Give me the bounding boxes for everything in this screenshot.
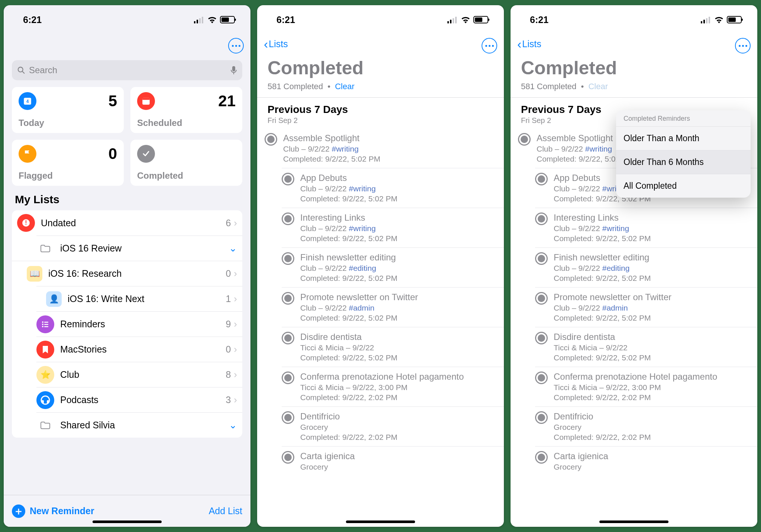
item-meta-1: Grocery [554,463,608,471]
list-row-macstories[interactable]: MacStories0› [36,337,242,362]
chevron-right-icon: › [234,344,237,355]
completed-radio-icon[interactable] [282,252,294,265]
completed-radio-icon[interactable] [518,133,531,146]
completed-radio-icon[interactable] [535,411,548,424]
head-icon [36,391,54,409]
search-placeholder: Search [29,65,57,75]
card-completed[interactable]: Completed [130,140,242,186]
item-tag[interactable]: #admin [602,304,628,312]
completed-radio-icon[interactable] [282,332,294,344]
chevron-down-icon: ⌄ [229,419,237,431]
svg-point-11 [42,321,43,323]
completed-subline: 581 Completed • Clear [257,82,504,97]
completed-item[interactable]: App DebutsClub – 9/2/22 #writingComplete… [282,168,504,208]
completed-radio-icon[interactable] [535,292,548,305]
list-row-shared-silvia[interactable]: Shared Silvia⌄ [36,412,242,438]
more-button[interactable] [735,38,751,53]
home-indicator[interactable] [599,520,668,523]
item-tag[interactable]: #writing [332,145,359,153]
item-tag[interactable]: #editing [602,264,630,272]
mic-icon[interactable] [230,66,237,75]
list-row-undated[interactable]: !Undated6› [12,210,242,236]
list-row-ios-16-review[interactable]: iOS 16 Review⌄ [36,236,242,261]
list-row-podcasts[interactable]: Podcasts3› [36,387,242,412]
completed-item[interactable]: Promote newsletter on TwitterClub – 9/2/… [535,287,757,327]
completed-item[interactable]: Interesting LinksClub – 9/2/22 #writingC… [535,208,757,247]
more-button[interactable] [228,38,244,53]
completed-item[interactable]: Conferma prenotazione Hotel pagamentoTic… [535,367,757,406]
home-indicator[interactable] [93,520,162,523]
completed-radio-icon[interactable] [265,133,277,146]
list-row-ios-16-research[interactable]: 📖iOS 16: Research0› [12,261,242,286]
popup-option-older-6-months[interactable]: Older Than 6 Months [616,150,751,174]
completed-radio-icon[interactable] [535,332,548,344]
battery-icon [220,16,235,23]
popup-option-all[interactable]: All Completed [616,174,751,198]
completed-item[interactable]: DentifricioGroceryCompleted: 9/2/22, 2:0… [535,406,757,446]
completed-item[interactable]: Assemble SpotlightClub – 9/2/22 #writing… [257,129,504,168]
new-reminder-button[interactable]: New Reminder [30,506,94,516]
svg-text:4: 4 [26,99,29,104]
item-tag[interactable]: #editing [349,264,376,272]
more-button[interactable] [482,38,497,53]
list-row-ios-16-write-next[interactable]: 👤iOS 16: Write Next1› [36,286,242,311]
completed-radio-icon[interactable] [282,213,294,225]
item-meta-1: Grocery [300,463,355,471]
screen-completed-clear-menu: 6:21 ‹ Lists Completed 581 Completed • C… [511,5,757,527]
item-meta-1: Club – 9/2/22 #writing [554,224,651,233]
search-input[interactable]: Search [12,60,242,80]
bookmark-icon [36,341,54,359]
completed-item[interactable]: Interesting LinksClub – 9/2/22 #writingC… [282,208,504,247]
clear-menu-popup: Completed Reminders Older Than a Month O… [616,110,751,198]
completed-radio-icon[interactable] [282,411,294,424]
back-chevron-icon[interactable]: ‹ [264,38,268,50]
screen-lists: 6:21 Search 4 5 Today 21 Scheduled [4,5,250,527]
card-scheduled-count: 21 [218,92,236,110]
completed-item[interactable]: Carta igienicaGrocery [282,446,504,476]
completed-item[interactable]: Disdire dentistaTicci & Micia – 9/2/22Co… [535,327,757,367]
completed-item[interactable]: Finish newsletter editingClub – 9/2/22 #… [282,247,504,287]
status-bar: 6:21 [511,5,757,30]
completed-item[interactable]: DentifricioGroceryCompleted: 9/2/22, 2:0… [282,406,504,446]
completed-radio-icon[interactable] [282,372,294,384]
popup-option-older-month[interactable]: Older Than a Month [616,126,751,150]
chevron-right-icon: › [234,217,237,229]
clear-button[interactable]: Clear [335,82,354,91]
back-label[interactable]: Lists [269,39,288,49]
completed-radio-icon[interactable] [282,292,294,305]
item-tag[interactable]: #writing [602,224,629,233]
item-meta-1: Club – 9/2/22 #writing [300,224,398,233]
completed-item[interactable]: Disdire dentistaTicci & Micia – 9/2/22Co… [282,327,504,367]
add-list-button[interactable]: Add List [209,506,242,516]
home-indicator[interactable] [346,520,415,523]
item-meta-2: Completed: 9/2/22, 5:02 PM [300,353,398,362]
completed-radio-icon[interactable] [535,372,548,384]
completed-item[interactable]: Finish newsletter editingClub – 9/2/22 #… [535,247,757,287]
completed-radio-icon[interactable] [535,252,548,265]
completed-item[interactable]: Promote newsletter on TwitterClub – 9/2/… [282,287,504,327]
back-chevron-icon[interactable]: ‹ [517,38,521,50]
item-tag[interactable]: #writing [349,184,376,193]
completed-radio-icon[interactable] [282,173,294,185]
item-tag[interactable]: #writing [585,145,612,153]
svg-text:!: ! [25,220,27,226]
list-row-reminders[interactable]: Reminders9› [36,311,242,337]
plus-icon[interactable]: ＋ [12,505,25,518]
completed-item[interactable]: Carta igienicaGrocery [535,446,757,476]
completed-radio-icon[interactable] [535,173,548,185]
completed-radio-icon[interactable] [535,451,548,464]
item-tag[interactable]: #admin [349,304,375,312]
completed-radio-icon[interactable] [282,451,294,464]
list-name: Undated [41,218,226,228]
card-flagged[interactable]: 0 Flagged [12,140,124,186]
item-tag[interactable]: #writing [349,224,376,233]
card-scheduled[interactable]: 21 Scheduled [130,87,242,133]
completed-item[interactable]: Conferma prenotazione Hotel pagamentoTic… [282,367,504,406]
completed-radio-icon[interactable] [535,213,548,225]
item-meta-2: Completed: 9/2/22, 5:02 PM [300,234,398,243]
list-count: 0 [226,344,231,355]
back-label[interactable]: Lists [522,39,541,49]
flag-icon [19,145,36,163]
card-today[interactable]: 4 5 Today [12,87,124,133]
list-row-club[interactable]: ⭐Club8› [36,362,242,387]
